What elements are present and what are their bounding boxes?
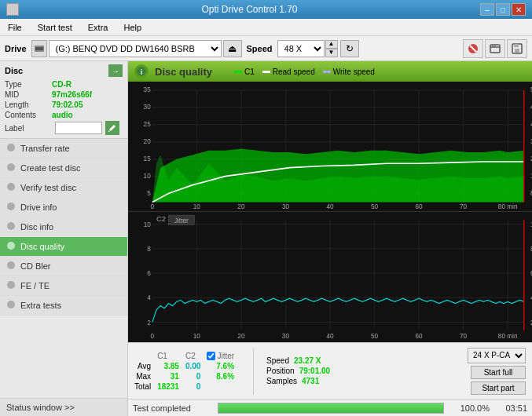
sidebar-item-extra-tests[interactable]: Extra tests	[0, 296, 127, 316]
svg-text:5: 5	[147, 189, 151, 197]
stats-table: C1 C2 Jitter Avg	[134, 351, 240, 392]
speed-label: Speed	[266, 356, 289, 365]
svg-point-6	[492, 45, 493, 46]
maximize-button[interactable]: □	[496, 3, 510, 16]
stats-avg-jitter: 7.6%	[207, 361, 240, 371]
position-row: Position 79:01.00	[266, 367, 330, 375]
svg-rect-10	[515, 49, 519, 53]
svg-text:Jitter: Jitter	[174, 217, 189, 224]
disc-arrow-button[interactable]: →	[108, 64, 123, 77]
svg-text:35: 35	[144, 86, 151, 93]
stats-max-c1: 31	[157, 371, 185, 381]
stats-total-c2: 0	[185, 381, 207, 392]
sidebar-item-create-test-disc[interactable]: Create test disc	[0, 159, 127, 178]
svg-text:20: 20	[237, 203, 244, 210]
disc-type-value: CD-R	[52, 80, 72, 89]
legend-read-color	[262, 71, 270, 73]
fe-te-label: FE / TE	[20, 281, 50, 290]
sidebar-item-disc-info[interactable]: Disc info	[0, 217, 127, 237]
create-test-disc-icon	[6, 162, 16, 173]
svg-text:30: 30	[282, 203, 289, 210]
sidebar-item-disc-quality[interactable]: Disc quality	[0, 237, 127, 257]
menu-file[interactable]: File	[3, 21, 27, 34]
status-window-button[interactable]: Status window >>	[0, 398, 127, 416]
svg-text:6: 6	[147, 270, 151, 277]
sidebar-item-transfer-rate[interactable]: Transfer rate	[0, 139, 127, 159]
legend-write-speed: Write speed	[323, 68, 375, 76]
start-full-button[interactable]: Start full	[471, 366, 526, 379]
chart-header: i Disc quality C1 Read speed Write speed	[128, 61, 532, 82]
legend-c1-color	[234, 71, 242, 73]
title-bar-controls[interactable]: – □ ✕	[480, 3, 526, 16]
speed-value: 23.27 X	[294, 356, 321, 365]
svg-point-16	[7, 242, 15, 250]
refresh-speed-button[interactable]: ↻	[340, 40, 359, 57]
eject-button[interactable]: ⏏	[223, 40, 242, 57]
mode-select[interactable]: 24 X P-CA	[468, 348, 526, 363]
speed-up-button[interactable]: ▲	[325, 40, 338, 49]
app-icon	[6, 3, 19, 16]
disc-contents-row: Contents audio	[5, 111, 123, 119]
menu-extra[interactable]: Extra	[83, 21, 113, 34]
svg-text:4: 4	[147, 294, 151, 301]
sidebar-item-drive-info[interactable]: Drive info	[0, 198, 127, 217]
start-part-button[interactable]: Start part	[471, 381, 526, 395]
svg-text:70: 70	[460, 203, 467, 210]
svg-point-19	[7, 301, 15, 308]
charts-area: 35 30 25 20 15 10 5 0 10 20 30 40 50 60 …	[128, 82, 532, 342]
svg-text:0: 0	[151, 203, 155, 210]
speed-label: Speed	[247, 44, 273, 53]
disc-type-row: Type CD-R	[5, 80, 123, 89]
samples-value: 4731	[302, 377, 319, 385]
extra-tests-label: Extra tests	[20, 301, 61, 310]
menu-help[interactable]: Help	[119, 21, 146, 34]
speed-down-button[interactable]: ▼	[325, 49, 338, 57]
svg-text:60: 60	[416, 203, 423, 210]
svg-text:C2: C2	[156, 215, 166, 223]
svg-point-13	[7, 183, 15, 191]
svg-text:25: 25	[144, 120, 151, 128]
svg-text:8: 8	[147, 245, 151, 252]
minimize-button[interactable]: –	[480, 3, 494, 16]
progress-time: 03:51	[496, 403, 527, 413]
title-bar-left	[6, 3, 19, 16]
legend-read-label: Read speed	[273, 68, 315, 76]
chart-header-icon: i	[134, 64, 149, 78]
speed-row: Speed 23.27 X	[266, 356, 330, 365]
stats-max-c2: 0	[185, 371, 207, 381]
svg-text:80 min: 80 min	[498, 203, 518, 210]
disc-panel-title: Disc	[5, 66, 23, 75]
disc-label-row: Label	[5, 121, 123, 135]
disc-label-edit-button[interactable]	[105, 121, 119, 135]
disc-label-input[interactable]	[55, 122, 102, 134]
sidebar-item-verify-test-disc[interactable]: Verify test disc	[0, 178, 127, 198]
save-button[interactable]	[507, 39, 527, 58]
cd-bler-icon	[6, 261, 16, 272]
menu-start-test[interactable]: Start test	[33, 21, 77, 34]
legend-write-label: Write speed	[333, 68, 375, 76]
svg-text:10: 10	[144, 172, 151, 180]
progress-bar-outer	[218, 403, 444, 414]
bottom-chart-svg: 10 8 6 4 2 10% 8% 6% 4% 2% 0 10 20 30	[128, 212, 532, 342]
info-button[interactable]	[485, 39, 505, 58]
svg-text:30: 30	[282, 333, 290, 340]
top-chart-svg: 35 30 25 20 15 10 5 0 10 20 30 40 50 60 …	[128, 82, 532, 211]
erase-button[interactable]	[463, 39, 483, 58]
chart-title: Disc quality	[155, 66, 212, 78]
disc-length-value: 79:02.05	[52, 100, 83, 109]
sidebar-item-fe-te[interactable]: FE / TE	[0, 276, 127, 296]
close-button[interactable]: ✕	[512, 3, 526, 16]
samples-label: Samples	[266, 377, 297, 385]
svg-rect-9	[514, 44, 519, 47]
speed-select[interactable]: 48 X	[277, 40, 325, 57]
sidebar-item-cd-bler[interactable]: CD Bler	[0, 257, 127, 276]
stats-max-label: Max	[134, 371, 157, 381]
drive-select[interactable]: (G:) BENQ DVD DD DW1640 BSRB	[49, 40, 222, 57]
jitter-checkbox[interactable]	[207, 352, 215, 360]
fe-te-icon	[6, 280, 16, 291]
legend-read-speed: Read speed	[262, 68, 315, 76]
bottom-chart: 10 8 6 4 2 10% 8% 6% 4% 2% 0 10 20 30	[128, 212, 532, 342]
svg-text:10: 10	[193, 203, 200, 210]
speed-arrows: ▲ ▼	[325, 40, 338, 57]
stats-total-c1: 18231	[157, 381, 185, 392]
